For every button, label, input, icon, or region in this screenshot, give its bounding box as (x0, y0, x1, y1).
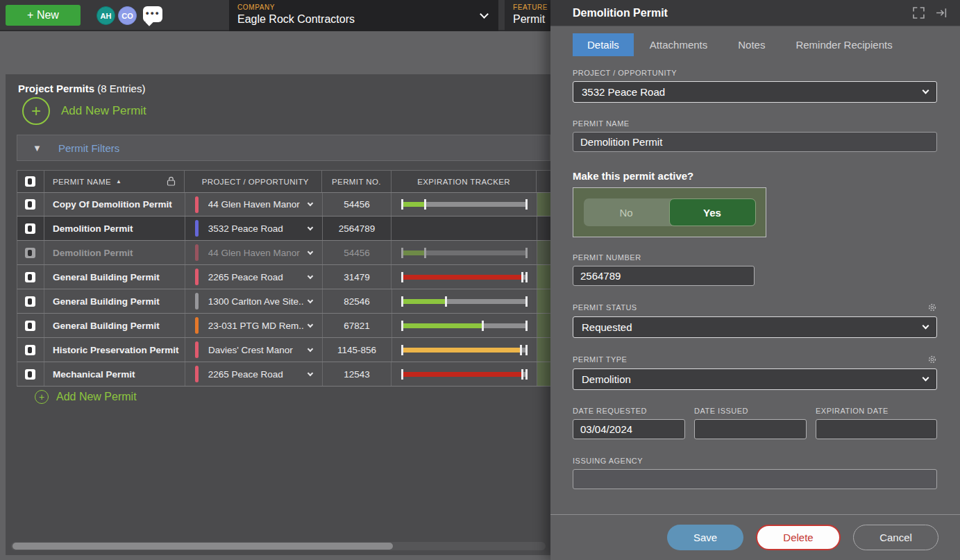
chevron-down-icon (307, 273, 312, 278)
project-select[interactable]: 2265 Peace Road (185, 362, 323, 386)
row-checkbox[interactable] (25, 272, 35, 282)
gear-icon[interactable] (927, 355, 937, 364)
company-selector[interactable]: COMPANY Eagle Rock Contractors (229, 0, 498, 31)
project-select[interactable]: 2265 Peace Road (185, 265, 323, 289)
detail-panel: Demolition Permit Details Attachments No… (550, 0, 960, 560)
expiration-date-input[interactable] (816, 419, 937, 439)
table-row[interactable]: General Building Permit 2265 Peace Road … (17, 265, 550, 289)
add-new-permit-button-bottom[interactable]: + Add New Permit (35, 390, 137, 404)
add-new-permit-button[interactable]: + Add New Permit (22, 97, 146, 125)
expiration-tracker-bar (401, 345, 528, 355)
project-color-pill (195, 317, 199, 334)
tracker-cap-left (401, 199, 403, 210)
permit-filters-label: Permit Filters (58, 142, 119, 154)
row-checkbox[interactable] (25, 248, 35, 258)
expiration-tracker-bar (401, 369, 528, 380)
avatar[interactable]: CO (118, 6, 137, 25)
issuing-agency-input[interactable] (573, 469, 937, 489)
scrollbar-thumb[interactable] (12, 543, 393, 550)
project-select[interactable]: Davies' Crest Manor (185, 338, 323, 362)
permit-name-input[interactable] (573, 132, 937, 152)
expiration-tracker-cell (391, 241, 537, 264)
table-row[interactable]: Historic Preservation Permit Davies' Cre… (17, 338, 550, 362)
tracker-marker (424, 248, 426, 258)
delete-button[interactable]: Delete (756, 525, 841, 550)
project-select[interactable]: 23-031 PTG MD Rem... (185, 314, 323, 337)
tab-details[interactable]: Details (573, 33, 634, 56)
chevron-down-icon (307, 297, 312, 303)
row-checkbox[interactable] (25, 296, 35, 307)
project-opportunity-select[interactable]: 3532 Peace Road (573, 81, 937, 103)
chat-dots: ●●● (143, 6, 162, 21)
tracker-fill (403, 323, 482, 328)
row-checkbox[interactable] (25, 199, 35, 210)
row-checkbox[interactable] (25, 345, 35, 355)
new-button[interactable]: + New (6, 5, 81, 26)
table-row[interactable]: General Building Permit 23-031 PTG MD Re… (17, 314, 550, 338)
tracker-cap-left (401, 321, 403, 331)
permit-number-input[interactable] (573, 266, 755, 286)
table-row[interactable]: Copy Of Demolition Permit 44 Glen Haven … (17, 192, 550, 217)
permit-number-cell: 82546 (323, 289, 392, 313)
tracker-track (403, 348, 525, 353)
expand-icon[interactable] (913, 7, 925, 19)
permit-filters-toggle[interactable]: ▼ Permit Filters (17, 135, 550, 161)
tracker-cap-left (401, 345, 403, 355)
project-color-pill (195, 220, 199, 237)
column-project[interactable]: PROJECT / OPPORTUNITY (185, 171, 322, 192)
tracker-cap-right (525, 321, 528, 331)
project-select[interactable]: 3532 Peace Road (185, 217, 323, 240)
project-name: 23-031 PTG MD Rem... (208, 321, 304, 331)
permit-status-select[interactable]: Requested (573, 316, 937, 338)
toggle-yes-button[interactable]: Yes (669, 198, 756, 226)
project-select[interactable]: 44 Glen Haven Manor (185, 241, 323, 264)
tracker-fill (403, 202, 426, 207)
table-row[interactable]: Demolition Permit 44 Glen Haven Manor 54… (17, 241, 550, 265)
panel-title: Demolition Permit (573, 7, 902, 19)
table-row[interactable]: Demolition Permit 3532 Peace Road 256478… (17, 217, 550, 241)
expiration-tracker-bar (401, 199, 528, 210)
lock-icon (167, 176, 176, 187)
toggle-no-button[interactable]: No (584, 198, 669, 226)
gear-icon[interactable] (927, 303, 937, 312)
column-permit-name[interactable]: PERMIT NAME ▲ (44, 171, 185, 192)
date-issued-input[interactable] (694, 419, 807, 439)
row-checkbox[interactable] (25, 321, 35, 331)
tab-reminder-recipients[interactable]: Reminder Recipients (781, 33, 907, 56)
company-label: COMPANY (237, 3, 490, 11)
page-title-main: Project Permits (18, 83, 94, 94)
row-checkbox[interactable] (25, 223, 35, 234)
chevron-down-icon (307, 248, 312, 254)
row-checkbox[interactable] (25, 369, 35, 380)
expiration-tracker-cell (391, 193, 537, 216)
tab-attachments[interactable]: Attachments (635, 33, 722, 56)
permit-status-value: Requested (582, 321, 632, 333)
horizontal-scrollbar[interactable] (11, 542, 546, 550)
tracker-fill (403, 251, 426, 255)
permit-number-cell: 2564789 (323, 217, 392, 240)
column-expiration-tracker[interactable]: EXPIRATION TRACKER (391, 171, 537, 192)
collapse-right-icon[interactable] (936, 7, 948, 19)
avatar[interactable]: AH (96, 6, 115, 25)
project-color-pill (195, 269, 199, 285)
project-name: 44 Glen Haven Manor (208, 199, 304, 210)
expiration-tracker-cell (391, 265, 537, 289)
column-permit-no[interactable]: PERMIT NO. (322, 171, 391, 192)
chat-bubble-icon[interactable]: ●●● (143, 6, 162, 22)
tracker-track (403, 251, 525, 255)
select-all-checkbox[interactable] (25, 176, 35, 187)
project-select[interactable]: 44 Glen Haven Manor (185, 193, 323, 216)
tracker-fill (403, 275, 522, 280)
save-button[interactable]: Save (667, 525, 743, 550)
tab-notes[interactable]: Notes (723, 33, 780, 56)
table-row[interactable]: Mechanical Permit 2265 Peace Road 12543 (17, 362, 550, 387)
table-row[interactable]: General Building Permit 1300 Carlton Ave… (17, 289, 550, 314)
project-color-pill (195, 196, 199, 213)
project-select[interactable]: 1300 Carlton Ave Site... (185, 289, 323, 313)
permit-type-value: Demolition (582, 373, 631, 385)
date-requested-input[interactable] (573, 419, 685, 439)
cancel-button[interactable]: Cancel (853, 525, 938, 550)
permit-type-select[interactable]: Demolition (573, 368, 937, 390)
feature-selector[interactable]: FEATURE Permit (505, 0, 550, 31)
date-issued-label: DATE ISSUED (694, 407, 807, 415)
